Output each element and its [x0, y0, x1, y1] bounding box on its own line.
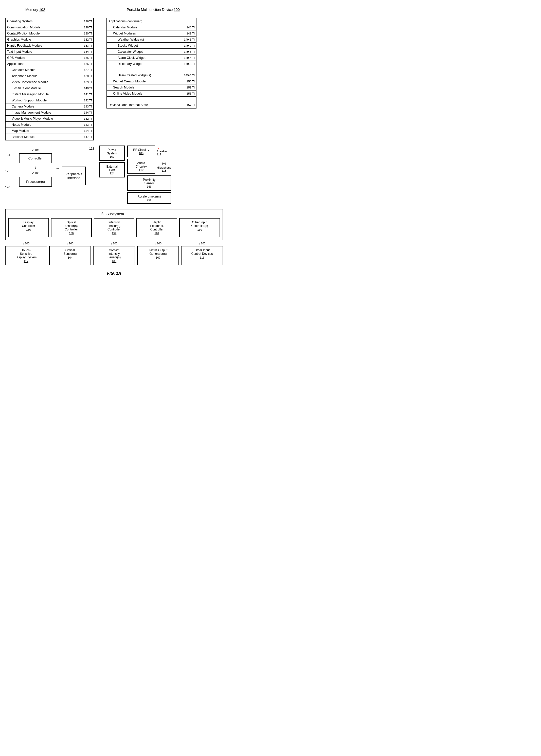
pmd-row-text: Stocks Widget [118, 44, 183, 47]
pmd-row-text: Dictionary Widget [118, 62, 183, 66]
memory-row-num: 152 [84, 117, 89, 120]
accelerometers-box: Accelerometer(s) 168 [127, 192, 171, 204]
audio-circuitry-box: AudioCircuitry 110 [127, 159, 155, 174]
memory-row: Haptic Feedback Module133 [6, 43, 93, 49]
io-controller-box: Other InputController(s)160 [179, 218, 220, 237]
memory-row-bracket [89, 130, 92, 132]
pmd-row-bracket [192, 26, 195, 28]
io-controller-num: 161 [139, 232, 175, 235]
pmd-row-bracket [192, 80, 195, 82]
memory-row-bracket [89, 118, 92, 120]
io-controller-box: HapticFeedbackController161 [136, 218, 177, 237]
controller-box: Controller [19, 154, 52, 163]
pmd-row: Applications (continued) [107, 18, 196, 24]
io-device-box: Tactile OutputGenerator(s)167 [137, 246, 179, 265]
memory-row-num: 135 [84, 56, 89, 59]
pmd-row-bracket [192, 63, 195, 65]
fig-caption: FIG. 1A [5, 271, 223, 276]
bus-label-top: 103 [34, 148, 39, 151]
pmd-row-num: 149-3 [184, 50, 192, 53]
pmd-row: Search Module151 [107, 84, 196, 91]
io-subsystem-label: I/O Subsystem [101, 212, 124, 216]
memory-row-num: 140 [84, 87, 89, 90]
memory-row: Map Module154 [6, 128, 93, 134]
pmd-row-num: 150 [187, 80, 192, 83]
pmd-row-text: Widget Modules [113, 32, 186, 35]
memory-row-text: Image Management Module [12, 111, 83, 114]
memory-row: Text Input Module134 [6, 49, 93, 55]
memory-row-text: Camera Module [12, 105, 83, 108]
memory-row: Notes Module153 [6, 122, 93, 128]
pmd-row-text: Calculator Widget [118, 50, 183, 54]
memory-row-num: 142 [84, 99, 89, 102]
memory-row-text: Instant Messaging Module [12, 93, 83, 96]
pmd-row-num: 155 [187, 92, 192, 95]
pmd-row-bracket [192, 74, 195, 76]
pmd-row-text: Weather Widget(s) [118, 38, 183, 41]
pmd-row: Dictionary Widget149-5 [107, 61, 196, 67]
io-device-num: 112 [7, 260, 45, 263]
pmd-row-text: Online Video Module [113, 92, 186, 95]
memory-row-num: 154 [84, 129, 89, 132]
pmd-label: Portable Multifunction Device [127, 8, 173, 12]
pmd-row: Device/Global Internal State157 [107, 102, 196, 108]
pmd-row-num: 149-1 [184, 38, 192, 41]
memory-row-bracket [89, 112, 92, 114]
proximity-sensor-box: ProximitySensor 166 [127, 176, 171, 190]
memory-row-bracket [89, 45, 92, 47]
pmd-row-text: Search Module [113, 86, 186, 89]
memory-row-text: Haptic Feedback Module [7, 44, 83, 47]
io-subsystem: I/O Subsystem DisplayController156Optica… [5, 209, 223, 240]
io-device-num: 116 [183, 256, 221, 259]
pmd-block: Applications (continued)Calendar Module1… [107, 18, 197, 109]
memory-row: Camera Module143 [6, 104, 93, 110]
pmd-row: ⋮ [107, 67, 196, 72]
peripherals-box: Peripherals Interface [62, 167, 86, 185]
memory-row-num: 136 [84, 62, 89, 65]
controller-label: Controller [28, 157, 43, 160]
io-device-box: OpticalSensor(s)164 [49, 246, 91, 265]
pmd-row: Online Video Module155 [107, 91, 196, 97]
memory-row-num: 133 [84, 44, 89, 47]
pmd-row: Weather Widget(s)149-1 [107, 37, 196, 43]
memory-row-num: 126 [84, 20, 89, 23]
memory-row-num: 153 [84, 123, 89, 126]
memory-row-bracket [89, 87, 92, 89]
memory-row-bracket [89, 69, 92, 71]
io-device-num: 167 [139, 256, 177, 259]
io-device-box: Touch-SensitiveDisplay System112 [5, 246, 47, 265]
processor-label: Processor(s) [26, 180, 45, 184]
io-controller-num: 156 [10, 228, 47, 231]
memory-row-num: 143 [84, 105, 89, 108]
pmd-row-num: 149-6 [184, 74, 192, 77]
memory-row-bracket [89, 39, 92, 41]
pmd-row-text: User-Created Widget(s) [118, 74, 183, 77]
memory-row-text: E-mail Client Module [12, 87, 83, 90]
pmd-row-text: Calendar Module [113, 26, 186, 29]
external-port-box: ExternalPort 124 [99, 162, 125, 178]
io-controller-box: Intensitysensor(s)Controller159 [94, 218, 135, 237]
rf-circuitry-box: RF Circuitry 108 [127, 146, 155, 157]
pmd-row-text: Widget Creator Module [113, 80, 186, 83]
memory-row: Contact/Motion Module130 [6, 30, 93, 37]
memory-row-num: 141 [84, 93, 89, 96]
pmd-row: Calculator Widget149-3 [107, 49, 196, 55]
memory-row: Telephone Module138 [6, 73, 93, 79]
memory-row-text: Map Module [12, 129, 83, 133]
pmd-row-bracket [192, 104, 195, 106]
memory-row-num: 132 [84, 38, 89, 41]
pmd-row: Alarm Clock Widget149-4 [107, 55, 196, 61]
num-104: 104 [5, 153, 15, 157]
pmd-row-text: Applications (continued) [109, 20, 195, 23]
pmd-row-bracket [192, 45, 195, 47]
memory-row: Image Management Module144 [6, 110, 93, 116]
memory-row: Browser Module147 [6, 134, 93, 140]
memory-row-text: Video & Music Player Module [12, 117, 83, 121]
num-120: 120 [5, 186, 15, 189]
power-system-box: PowerSystem 162 [99, 146, 125, 161]
memory-row: Graphics Module132 [6, 37, 93, 43]
memory-row-text: Workout Support Module [12, 99, 83, 102]
memory-row-bracket [89, 99, 92, 101]
diagram-container: Memory 102 Portable Multifunction Device… [5, 8, 223, 276]
memory-row: GPS Module135 [6, 55, 93, 61]
